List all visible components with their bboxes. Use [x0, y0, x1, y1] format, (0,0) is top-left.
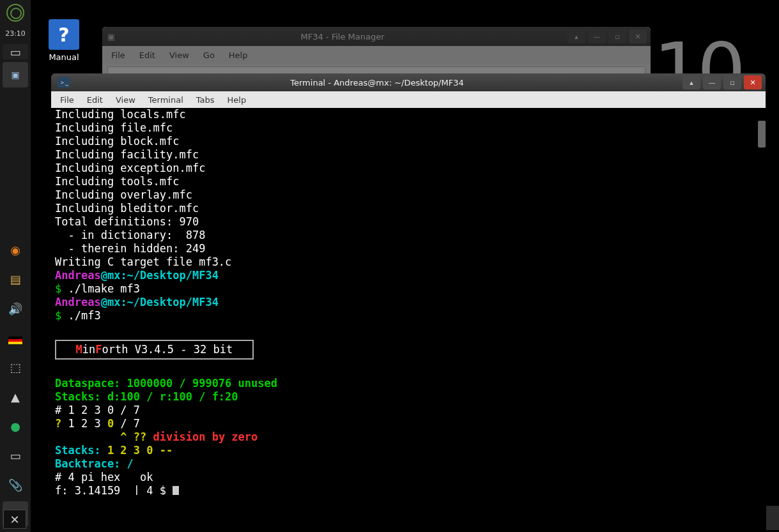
fm-maximize-button[interactable]: ▫ [608, 29, 626, 43]
terminal-window[interactable]: ＞_ Terminal - Andreas@mx: ~/Desktop/MF34… [51, 73, 766, 495]
workspace-icon[interactable]: ▭ [3, 44, 28, 59]
term-close-button[interactable]: ✕ [744, 75, 762, 89]
term-maximize-button[interactable]: ▫ [723, 75, 741, 89]
term-menu-edit[interactable]: Edit [87, 95, 103, 105]
taskbar-terminal-icon[interactable]: ▣ [3, 62, 28, 87]
fm-title: MF34 - File Manager [120, 32, 565, 42]
fm-menu-file[interactable]: File [111, 50, 125, 60]
start-icon[interactable] [3, 0, 28, 26]
cube-icon[interactable]: ⬚ [3, 354, 28, 380]
term-menu-tabs[interactable]: Tabs [196, 95, 215, 105]
eject-icon[interactable]: ▲ [3, 384, 28, 409]
terminal-scrollbar[interactable] [758, 121, 766, 148]
term-titlebar[interactable]: ＞_ Terminal - Andreas@mx: ~/Desktop/MF34… [51, 73, 766, 91]
help-icon: ? [49, 19, 79, 50]
term-menu-view[interactable]: View [116, 95, 135, 105]
fm-titlebar[interactable]: ▣ MF34 - File Manager ▴ — ▫ ✕ [102, 27, 651, 46]
term-minimize-button[interactable]: — [703, 75, 721, 89]
fm-menu-edit[interactable]: Edit [139, 50, 155, 60]
mx-menu-button[interactable]: ✕ [3, 510, 26, 529]
term-menu-terminal[interactable]: Terminal [148, 95, 183, 105]
fm-rollup-button[interactable]: ▴ [567, 29, 585, 43]
dock-time: 23:10 [5, 28, 26, 42]
terminal-output[interactable]: Including locals.mfc Including file.mfc … [51, 108, 766, 495]
fm-menubar: File Edit View Go Help [102, 46, 651, 64]
term-rollup-button[interactable]: ▴ [683, 75, 700, 89]
fm-menu-go[interactable]: Go [203, 50, 215, 60]
volume-icon[interactable]: 🔊 [3, 296, 28, 321]
system-dock: 23:10 ▭ ▣ ◉ ▤ 🔊 ⬚ ▲ ● ▭ 📎 ＞_ [0, 0, 31, 532]
scrollbar-placeholder [766, 506, 779, 530]
updates-icon[interactable]: ● [3, 413, 28, 439]
term-menu-help[interactable]: Help [228, 95, 247, 105]
filemanager-icon[interactable]: ▤ [3, 266, 28, 292]
fm-close-button[interactable]: ✕ [629, 29, 647, 43]
desktop-manual-icon[interactable]: ? Manual [38, 19, 89, 62]
flag-de-icon[interactable] [3, 325, 28, 351]
term-menu-file[interactable]: File [60, 95, 74, 105]
fm-menu-help[interactable]: Help [229, 50, 248, 60]
paperclip-icon[interactable]: 📎 [3, 472, 28, 498]
term-menubar: File Edit View Terminal Tabs Help [51, 91, 766, 108]
fm-menu-view[interactable]: View [169, 50, 189, 60]
firefox-icon[interactable]: ◉ [3, 237, 28, 262]
folder-icon: ▣ [102, 32, 120, 42]
term-title: Terminal - Andreas@mx: ~/Desktop/MF34 [74, 78, 680, 87]
clipboard-icon[interactable]: ▭ [3, 443, 28, 468]
terminal-icon: ＞_ [58, 77, 70, 87]
fm-minimize-button[interactable]: — [588, 29, 606, 43]
